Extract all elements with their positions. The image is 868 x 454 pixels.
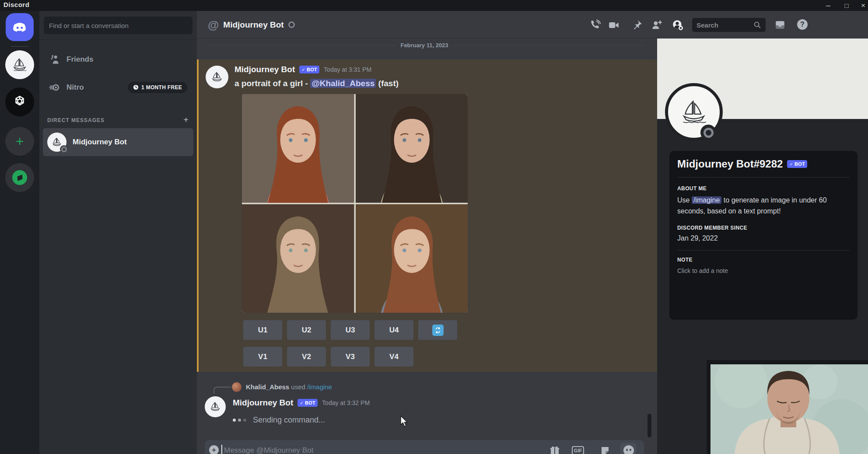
dm-section-header: DIRECT MESSAGES + xyxy=(47,115,189,125)
status-offline-icon xyxy=(60,145,68,153)
midjourney-avatar-icon xyxy=(10,55,29,74)
date-divider-label: February 11, 2023 xyxy=(396,42,452,49)
sending-status-text: Sending command... xyxy=(253,416,325,425)
u3-button[interactable]: U3 xyxy=(331,320,370,340)
chat-header: @ Midjourney Bot xyxy=(197,11,868,38)
maximize-button[interactable]: □ xyxy=(840,0,853,11)
v2-button[interactable]: V2 xyxy=(287,347,326,367)
sidebar-divider xyxy=(39,39,197,40)
sidebar-item-friends[interactable]: Friends xyxy=(44,50,192,69)
discord-window: Discord – □ × xyxy=(0,0,868,454)
context-command[interactable]: /imagine xyxy=(307,383,332,391)
message-input-placeholder[interactable]: Message @Midjourney Bot xyxy=(224,446,313,454)
chat-scrollbar[interactable] xyxy=(648,414,651,437)
status-offline-icon xyxy=(700,125,716,140)
member-profile-button[interactable] xyxy=(672,19,683,31)
gif-icon: GIF xyxy=(572,446,584,454)
explore-button[interactable] xyxy=(5,163,34,192)
generated-image-3[interactable] xyxy=(242,204,354,313)
friends-icon xyxy=(49,54,60,65)
bot-badge: ✓ BOT xyxy=(299,66,319,73)
imagine-command-chip[interactable]: /imagine xyxy=(692,196,721,204)
v1-button[interactable]: V1 xyxy=(243,347,282,367)
avatar[interactable] xyxy=(206,66,228,88)
clock-icon xyxy=(133,84,139,90)
webcam-overlay xyxy=(707,360,868,454)
header-search-placeholder: Search xyxy=(696,21,718,29)
help-icon: ? xyxy=(797,19,808,30)
message-grid-result: Midjourney Bot ✓ BOT Today at 3:31 PM a … xyxy=(197,59,657,372)
app-title: Discord xyxy=(4,1,29,8)
gif-button[interactable]: GIF xyxy=(572,445,584,454)
gift-button[interactable] xyxy=(549,445,560,454)
author-name[interactable]: Midjourney Bot xyxy=(234,65,295,74)
webcam-video xyxy=(710,364,868,454)
prompt-suffix: (fast) xyxy=(376,79,399,88)
sidebar-item-nitro[interactable]: Nitro 1 MONTH FREE xyxy=(44,77,192,97)
author-name[interactable]: Midjourney Bot xyxy=(233,398,293,408)
message-header: Midjourney Bot ✓ BOT Today at 3:32 PM xyxy=(233,398,370,408)
generated-image-1[interactable] xyxy=(242,94,354,203)
dm-item-label: Midjourney Bot xyxy=(73,138,127,147)
nitro-icon xyxy=(49,82,60,93)
generated-image-grid[interactable] xyxy=(242,94,468,313)
context-username[interactable]: Khalid_Abess xyxy=(246,383,289,391)
v3-button[interactable]: V3 xyxy=(331,347,370,367)
emoji-button[interactable] xyxy=(623,445,634,454)
add-friend-button[interactable] xyxy=(651,19,662,31)
avatar[interactable] xyxy=(232,382,242,392)
conversation-search-placeholder: Find or start a conversation xyxy=(49,22,129,29)
inbox-button[interactable] xyxy=(774,19,786,31)
video-call-button[interactable] xyxy=(608,19,620,31)
user-mention[interactable]: @Khalid_Abess xyxy=(310,79,376,88)
at-icon: @ xyxy=(208,19,219,31)
about-pre: Use xyxy=(677,196,692,204)
add-server-button[interactable]: + xyxy=(5,127,34,156)
dm-header-label[interactable]: DIRECT MESSAGES xyxy=(47,117,105,123)
header-search-input[interactable]: Search xyxy=(692,18,766,32)
profile-card: Midjourney Bot#9282 ✓ BOT ABOUT ME Use /… xyxy=(669,151,858,320)
u1-button[interactable]: U1 xyxy=(243,320,282,340)
verified-check-icon: ✓ xyxy=(789,162,793,167)
help-button[interactable]: ? xyxy=(797,19,808,31)
generated-image-4[interactable] xyxy=(356,204,468,313)
home-button[interactable] xyxy=(6,13,34,41)
about-heading: ABOUT ME xyxy=(677,185,850,192)
prompt-text: a portrait of a girl - @Khalid_Abess (fa… xyxy=(234,79,399,88)
server-rail: + xyxy=(0,11,39,454)
u2-button[interactable]: U2 xyxy=(287,320,326,340)
titlebar: Discord – □ × xyxy=(0,0,868,11)
avatar[interactable] xyxy=(205,396,226,417)
reroll-button[interactable] xyxy=(418,320,457,340)
bot-badge-label: BOT xyxy=(305,400,315,405)
chatgpt-server-icon xyxy=(12,94,27,109)
verified-check-icon: ✓ xyxy=(301,67,305,72)
note-input[interactable]: Click to add a note xyxy=(677,267,850,274)
server-chatgpt[interactable] xyxy=(5,87,34,116)
close-button[interactable]: × xyxy=(857,0,868,11)
typing-dots-icon xyxy=(233,419,236,422)
server-midjourney[interactable] xyxy=(5,50,34,79)
bot-badge: ✓ BOT xyxy=(298,399,318,407)
minimize-button[interactable]: – xyxy=(822,0,835,11)
add-server-icon: + xyxy=(16,133,24,150)
sticker-button[interactable] xyxy=(599,445,611,454)
message-input-bar[interactable]: + Message @Midjourney Bot GIF xyxy=(205,440,644,454)
attach-icon[interactable]: + xyxy=(209,445,219,454)
create-dm-button[interactable]: + xyxy=(183,115,189,125)
v4-button[interactable]: V4 xyxy=(374,347,413,367)
conversation-search-input[interactable]: Find or start a conversation xyxy=(44,17,192,34)
dm-item-midjourney-bot[interactable]: Midjourney Bot xyxy=(43,128,193,156)
discord-logo-icon xyxy=(11,18,28,36)
voice-call-button[interactable] xyxy=(590,19,601,31)
explore-icon xyxy=(12,170,27,185)
emoji-icon xyxy=(623,445,634,454)
u4-button[interactable]: U4 xyxy=(374,320,413,340)
timestamp: Today at 3:32 PM xyxy=(322,399,370,406)
generated-image-2[interactable] xyxy=(356,94,468,203)
reroll-icon xyxy=(432,325,444,336)
note-heading: NOTE xyxy=(677,257,850,263)
upscale-button-row: U1 U2 U3 U4 xyxy=(243,320,457,340)
pin-button[interactable] xyxy=(631,19,643,31)
nitro-badge: 1 MONTH FREE xyxy=(128,82,187,93)
